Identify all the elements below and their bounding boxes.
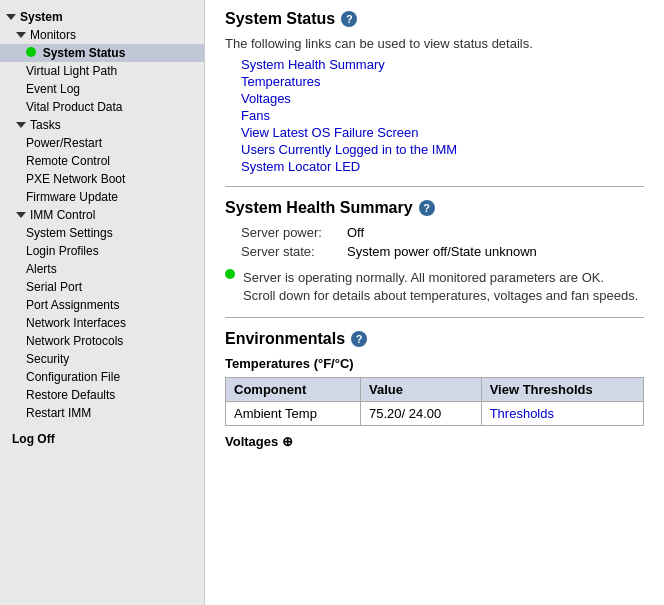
sidebar-item-security-label: Security (26, 352, 69, 366)
server-scroll-text: Scroll down for details about temperatur… (243, 288, 638, 303)
link-temperatures[interactable]: Temperatures (241, 74, 644, 89)
sidebar-item-vital-product-data[interactable]: Vital Product Data (0, 98, 204, 116)
server-status-text: Server is operating normally. All monito… (243, 269, 638, 305)
sidebar-item-serial-port[interactable]: Serial Port (0, 278, 204, 296)
os-failure-link[interactable]: View Latest OS Failure Screen (241, 125, 419, 140)
sidebar-item-alerts[interactable]: Alerts (0, 260, 204, 278)
environmentals-title: Environmentals ? (225, 330, 644, 348)
sidebar-item-event-log[interactable]: Event Log (0, 80, 204, 98)
divider-2 (225, 317, 644, 318)
server-ok-text: Server is operating normally. All monito… (243, 270, 604, 285)
ambient-temp-value: 75.20/ 24.00 (360, 402, 481, 426)
environmentals-section: Environmentals ? Temperatures (°F/°C) Co… (225, 330, 644, 449)
sidebar-item-event-log-label: Event Log (26, 82, 80, 96)
sidebar-item-network-interfaces-label: Network Interfaces (26, 316, 126, 330)
server-power-row: Server power: Off (241, 225, 644, 240)
voltages-link[interactable]: Voltages (241, 91, 291, 106)
ambient-temp-component: Ambient Temp (226, 402, 361, 426)
thresholds-link[interactable]: Thresholds (490, 406, 554, 421)
server-state-row: Server state: System power off/State unk… (241, 244, 644, 259)
health-summary-section: System Health Summary ? Server power: Of… (225, 199, 644, 305)
sidebar-item-restart-imm[interactable]: Restart IMM (0, 404, 204, 422)
system-expand-icon (6, 14, 16, 20)
temperatures-table-header: Component Value View Thresholds (226, 378, 644, 402)
sidebar-item-restore-defaults-label: Restore Defaults (26, 388, 115, 402)
system-status-section: System Status ? The following links can … (225, 10, 644, 174)
sidebar-item-port-assignments-label: Port Assignments (26, 298, 119, 312)
sidebar-item-system-label: System (20, 10, 63, 24)
sidebar-item-configuration-file[interactable]: Configuration File (0, 368, 204, 386)
ambient-temp-thresholds[interactable]: Thresholds (481, 402, 643, 426)
system-status-links: System Health Summary Temperatures Volta… (225, 57, 644, 174)
logoff-link[interactable]: Log Off (6, 424, 61, 454)
sidebar-item-power-restart[interactable]: Power/Restart (0, 134, 204, 152)
sidebar-item-vital-product-data-label: Vital Product Data (26, 100, 123, 114)
col-component: Component (226, 378, 361, 402)
sidebar-item-imm-control[interactable]: IMM Control (0, 206, 204, 224)
sidebar-item-restart-imm-label: Restart IMM (26, 406, 91, 420)
system-locator-led-link[interactable]: System Locator LED (241, 159, 360, 174)
sidebar-item-network-interfaces[interactable]: Network Interfaces (0, 314, 204, 332)
sidebar: System Monitors System Status Virtual Li… (0, 0, 205, 605)
sidebar-item-monitors-label: Monitors (30, 28, 76, 42)
sidebar-item-remote-control-label: Remote Control (26, 154, 110, 168)
link-system-health-summary[interactable]: System Health Summary (241, 57, 644, 72)
sidebar-item-alerts-label: Alerts (26, 262, 57, 276)
sidebar-item-system-settings-label: System Settings (26, 226, 113, 240)
temperatures-link[interactable]: Temperatures (241, 74, 320, 89)
col-value: Value (360, 378, 481, 402)
sidebar-item-system-status[interactable]: System Status (0, 44, 204, 62)
sidebar-item-virtual-light-path-label: Virtual Light Path (26, 64, 117, 78)
table-row: Ambient Temp 75.20/ 24.00 Thresholds (226, 402, 644, 426)
sidebar-item-security[interactable]: Security (0, 350, 204, 368)
health-summary-help-icon[interactable]: ? (419, 200, 435, 216)
sidebar-item-network-protocols[interactable]: Network Protocols (0, 332, 204, 350)
temperatures-table: Component Value View Thresholds Ambient … (225, 377, 644, 426)
sidebar-item-restore-defaults[interactable]: Restore Defaults (0, 386, 204, 404)
sidebar-item-tasks-label: Tasks (30, 118, 61, 132)
sidebar-item-network-protocols-label: Network Protocols (26, 334, 123, 348)
sidebar-item-login-profiles-label: Login Profiles (26, 244, 99, 258)
environmentals-help-icon[interactable]: ? (351, 331, 367, 347)
system-status-title-text: System Status (225, 10, 335, 28)
sidebar-item-imm-control-label: IMM Control (30, 208, 95, 222)
health-summary-title-text: System Health Summary (225, 199, 413, 217)
fans-link[interactable]: Fans (241, 108, 270, 123)
sidebar-item-login-profiles[interactable]: Login Profiles (0, 242, 204, 260)
environmentals-title-text: Environmentals (225, 330, 345, 348)
sidebar-item-firmware-update[interactable]: Firmware Update (0, 188, 204, 206)
sidebar-item-remote-control[interactable]: Remote Control (0, 152, 204, 170)
server-power-value: Off (347, 225, 364, 240)
table-header-row: Component Value View Thresholds (226, 378, 644, 402)
sidebar-item-tasks[interactable]: Tasks (0, 116, 204, 134)
sidebar-item-virtual-light-path[interactable]: Virtual Light Path (0, 62, 204, 80)
sidebar-item-monitors[interactable]: Monitors (0, 26, 204, 44)
link-system-locator-led[interactable]: System Locator LED (241, 159, 644, 174)
server-power-label: Server power: (241, 225, 331, 240)
link-voltages[interactable]: Voltages (241, 91, 644, 106)
temperatures-table-body: Ambient Temp 75.20/ 24.00 Thresholds (226, 402, 644, 426)
server-state-label: Server state: (241, 244, 331, 259)
temperatures-subtitle: Temperatures (°F/°C) (225, 356, 644, 371)
col-view-thresholds: View Thresholds (481, 378, 643, 402)
sidebar-item-pxe-network-boot[interactable]: PXE Network Boot (0, 170, 204, 188)
system-health-summary-link[interactable]: System Health Summary (241, 57, 385, 72)
main-content: System Status ? The following links can … (205, 0, 664, 605)
sidebar-item-firmware-update-label: Firmware Update (26, 190, 118, 204)
link-users-logged-in[interactable]: Users Currently Logged in to the IMM (241, 142, 644, 157)
link-fans[interactable]: Fans (241, 108, 644, 123)
divider-1 (225, 186, 644, 187)
voltages-label: Voltages ⊕ (225, 434, 644, 449)
sidebar-item-system[interactable]: System (0, 8, 204, 26)
monitors-expand-icon (16, 32, 26, 38)
sidebar-item-port-assignments[interactable]: Port Assignments (0, 296, 204, 314)
system-status-intro: The following links can be used to view … (225, 36, 644, 51)
sidebar-item-system-settings[interactable]: System Settings (0, 224, 204, 242)
link-os-failure[interactable]: View Latest OS Failure Screen (241, 125, 644, 140)
server-ok-indicator (225, 269, 235, 279)
users-logged-in-link[interactable]: Users Currently Logged in to the IMM (241, 142, 457, 157)
system-status-indicator (26, 47, 36, 57)
server-operating-row: Server is operating normally. All monito… (225, 269, 644, 305)
server-state-value: System power off/State unknown (347, 244, 537, 259)
system-status-help-icon[interactable]: ? (341, 11, 357, 27)
